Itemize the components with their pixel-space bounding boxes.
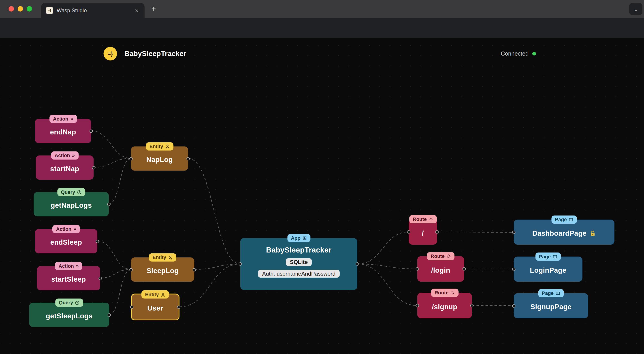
node-title: User bbox=[147, 304, 163, 312]
badge-label: Action bbox=[53, 116, 68, 122]
port-right bbox=[90, 129, 93, 133]
svg-text:?: ? bbox=[76, 301, 78, 304]
route-badge: Route bbox=[427, 252, 454, 260]
close-window-button[interactable] bbox=[9, 6, 14, 12]
edge-getSleepLogs-SleepLog bbox=[109, 269, 131, 314]
node-entity-NapLog[interactable]: Entity NapLog bbox=[131, 146, 188, 170]
lock-icon bbox=[590, 230, 596, 237]
port-right bbox=[108, 313, 111, 317]
action-icon: » bbox=[74, 226, 76, 232]
port-left bbox=[416, 304, 419, 307]
node-title: / bbox=[422, 229, 424, 238]
page-badge: Page bbox=[535, 253, 561, 261]
entity-badge: Entity bbox=[149, 253, 176, 262]
wasp-studio-canvas[interactable]: =} BabySleepTracker Connected bbox=[0, 38, 644, 354]
node-route-root[interactable]: Route / bbox=[408, 219, 437, 245]
badge-label: Route bbox=[434, 290, 448, 296]
action-badge: Action » bbox=[52, 225, 80, 233]
page-book-icon bbox=[556, 291, 560, 295]
node-endSleep[interactable]: Action » endSleep bbox=[35, 229, 97, 253]
tab-search-chevron-icon[interactable]: ⌄ bbox=[629, 3, 642, 15]
node-page-SignupPage[interactable]: Page SignupPage bbox=[514, 293, 588, 318]
app-grid-icon: ⊞ bbox=[302, 235, 306, 241]
port-right bbox=[356, 262, 359, 266]
browser-toolbar: ← → ↻ ⓘ localhost:4000 ☆ Incognito Relau… bbox=[0, 18, 644, 38]
badge-label: Route bbox=[413, 216, 427, 223]
query-badge: Query ? bbox=[55, 299, 83, 307]
node-entity-User[interactable]: Entity User bbox=[131, 294, 180, 320]
badge-label: Page bbox=[555, 217, 567, 223]
port-right bbox=[177, 305, 180, 309]
node-route-login[interactable]: Route /login bbox=[417, 256, 464, 282]
badge-label: Query bbox=[61, 189, 75, 195]
new-tab-button[interactable]: + bbox=[148, 4, 159, 15]
query-badge: Query ? bbox=[57, 188, 85, 196]
node-page-DashboardPage[interactable]: Page DashboardPage bbox=[514, 220, 614, 245]
tab-title: Wasp Studio bbox=[56, 8, 129, 14]
minimize-window-button[interactable] bbox=[18, 6, 23, 12]
edge-app-route-signup bbox=[357, 264, 417, 305]
port-left bbox=[130, 305, 134, 309]
node-app-BabySleepTracker[interactable]: App ⊞ BabySleepTracker SQLite Auth: user… bbox=[240, 238, 357, 290]
route-icon bbox=[451, 291, 455, 295]
port-right bbox=[92, 166, 95, 169]
action-icon: » bbox=[76, 263, 78, 269]
badge-label: Action bbox=[59, 263, 74, 269]
node-title: /login bbox=[431, 266, 450, 274]
badge-label: Entity bbox=[152, 254, 166, 261]
auth-pill: Auth: usernameAndPassword bbox=[258, 270, 340, 278]
port-left bbox=[416, 267, 419, 271]
tab-strip: =} Wasp Studio × + ⌄ bbox=[0, 0, 644, 18]
port-left bbox=[512, 304, 516, 307]
route-icon bbox=[447, 254, 451, 258]
node-getSleepLogs[interactable]: Query ? getSleepLogs bbox=[29, 303, 109, 327]
edge-app-route-login bbox=[357, 264, 417, 269]
edge-startSleep-SleepLog bbox=[100, 269, 131, 278]
node-title: startSleep bbox=[51, 276, 86, 284]
port-left bbox=[512, 268, 516, 271]
browser-tab[interactable]: =} Wasp Studio × bbox=[41, 3, 145, 18]
page-badge: Page bbox=[538, 289, 564, 297]
action-badge: Action » bbox=[51, 151, 78, 159]
query-icon: ? bbox=[77, 190, 82, 194]
node-startNap[interactable]: Action » startNap bbox=[36, 155, 94, 180]
app-badge: App ⊞ bbox=[287, 234, 310, 242]
badge-label: Route bbox=[431, 253, 444, 259]
tab-close-icon[interactable]: × bbox=[133, 7, 140, 14]
node-endNap[interactable]: Action » endNap bbox=[35, 119, 91, 143]
node-title: startNap bbox=[50, 165, 79, 173]
node-page-LoginPage[interactable]: Page LoginPage bbox=[514, 257, 582, 282]
badge-label: Entity bbox=[145, 291, 159, 297]
entity-badge: Entity bbox=[142, 290, 169, 299]
node-title: /signup bbox=[432, 303, 458, 311]
port-left bbox=[129, 268, 133, 271]
badge-label: App bbox=[291, 235, 300, 241]
node-startSleep[interactable]: Action » startSleep bbox=[37, 266, 100, 290]
port-right bbox=[436, 230, 439, 234]
node-entity-SleepLog[interactable]: Entity SleepLog bbox=[131, 257, 194, 282]
edge-NapLog-app bbox=[188, 158, 240, 264]
query-icon: ? bbox=[75, 300, 80, 305]
node-getNapLogs[interactable]: Query ? getNapLogs bbox=[34, 192, 109, 216]
node-title: endNap bbox=[50, 128, 76, 137]
node-title: SleepLog bbox=[146, 267, 178, 275]
screenshot-root: =} Wasp Studio × + ⌄ ← → ↻ ⓘ localhost:4… bbox=[0, 0, 644, 354]
edge-endSleep-SleepLog bbox=[97, 241, 131, 270]
node-route-signup[interactable]: Route /signup bbox=[417, 293, 472, 318]
zoom-window-button[interactable] bbox=[27, 6, 32, 12]
port-left bbox=[407, 230, 410, 234]
tab-favicon: =} bbox=[46, 7, 53, 14]
node-title: getSleepLogs bbox=[46, 312, 93, 320]
edge-SleepLog-app bbox=[194, 264, 240, 269]
entity-person-icon bbox=[165, 144, 170, 148]
db-pill: SQLite bbox=[286, 258, 312, 266]
edge-root-DashboardPage bbox=[437, 232, 514, 232]
badge-label: Query bbox=[59, 300, 73, 306]
port-right bbox=[462, 267, 466, 271]
port-right bbox=[96, 240, 99, 243]
badge-label: Entity bbox=[150, 143, 163, 150]
page-badge: Page bbox=[551, 216, 577, 224]
port-right bbox=[99, 276, 102, 280]
action-icon: » bbox=[70, 116, 73, 122]
port-right bbox=[107, 203, 110, 206]
